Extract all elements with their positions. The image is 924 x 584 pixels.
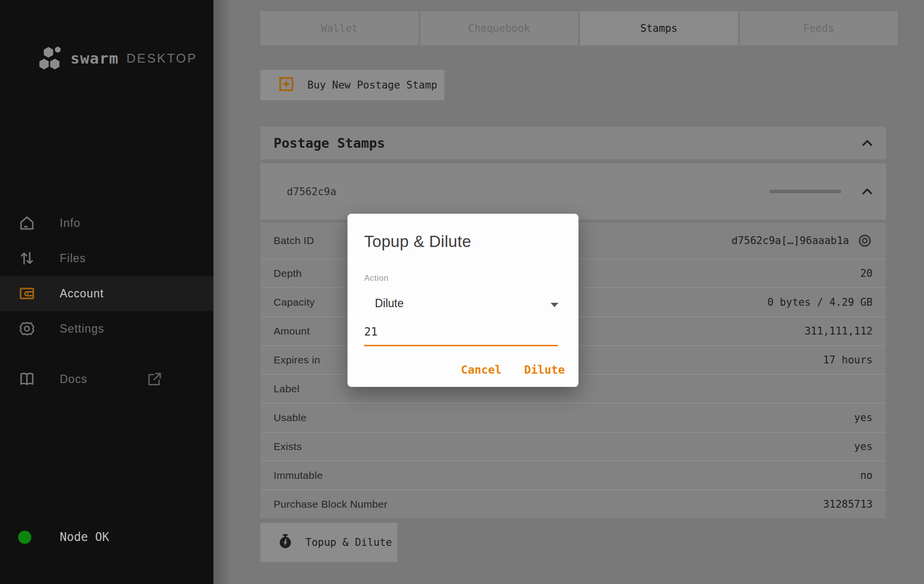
sidebar-edge-shadow: [213, 0, 232, 584]
logo-brand-text: swarm: [70, 49, 118, 67]
reveal-batch-id-icon[interactable]: [857, 233, 873, 248]
table-row: Exists yes: [260, 432, 886, 461]
row-value: yes: [854, 441, 873, 452]
sidebar-item-info[interactable]: Info: [0, 205, 213, 241]
sidebar-item-label: Account: [60, 287, 104, 300]
postage-stamps-section-header: Postage Stamps: [260, 127, 886, 159]
action-select-value: Dilute: [375, 297, 404, 310]
batch-id-value: d7562c9a[…]96aaab1a: [732, 235, 849, 247]
row-value: d7562c9a[…]96aaab1a: [732, 233, 873, 248]
sidebar-item-label: Docs: [60, 373, 87, 386]
tab-bar: Wallet Chequebook Stamps Feeds: [260, 11, 898, 45]
sidebar-item-docs[interactable]: Docs: [0, 361, 213, 397]
action-select[interactable]: Dilute: [364, 294, 562, 315]
dialog-actions: Cancel Dilute: [461, 363, 565, 376]
row-value: 311,111,112: [805, 325, 873, 337]
chevron-up-icon[interactable]: [860, 185, 874, 199]
dilute-confirm-button[interactable]: Dilute: [524, 363, 565, 376]
buy-button-label: Buy New Postage Stamp: [307, 79, 438, 91]
row-value: 20: [860, 268, 873, 279]
row-label: Depth: [274, 268, 302, 279]
row-label: Exists: [274, 441, 302, 452]
tab-feeds[interactable]: Feeds: [740, 11, 898, 45]
sidebar-item-files[interactable]: Files: [0, 241, 213, 276]
row-label: Capacity: [274, 296, 315, 308]
row-label: Batch ID: [274, 235, 314, 247]
row-value: yes: [854, 412, 873, 424]
app-window: swarm DESKTOP Info: [0, 0, 924, 584]
topup-button-label: Topup & Dilute: [305, 537, 392, 548]
open-book-icon: [19, 371, 35, 387]
row-label: Expires in: [274, 354, 320, 366]
amount-input[interactable]: 21: [364, 325, 558, 346]
logo-suffix-text: DESKTOP: [126, 51, 197, 66]
action-field-label: Action: [364, 273, 389, 283]
tab-wallet[interactable]: Wallet: [260, 11, 418, 45]
swarm-hexagons-icon: [38, 46, 64, 70]
row-value: no: [860, 470, 873, 481]
topup-dilute-button[interactable]: Topup & Dilute: [260, 523, 397, 562]
sidebar-nav: Info Files: [0, 205, 213, 346]
row-value: 0 bytes / 4.29 GB: [767, 296, 873, 308]
amount-input-value: 21: [364, 325, 378, 338]
gear-icon: [19, 320, 35, 337]
row-label: Usable: [274, 412, 306, 424]
tab-chequebook[interactable]: Chequebook: [420, 11, 578, 45]
table-row: Immutable no: [260, 461, 886, 490]
stamp-usage-progress-bar: [769, 190, 841, 193]
stopwatch-icon: [278, 534, 293, 551]
app-logo: swarm DESKTOP: [38, 46, 197, 70]
sidebar-item-label: Files: [60, 252, 86, 265]
row-label: Amount: [274, 325, 310, 337]
node-status: Node OK: [0, 528, 213, 546]
cancel-button[interactable]: Cancel: [461, 363, 502, 376]
section-title: Postage Stamps: [274, 135, 385, 151]
topup-dilute-dialog: Topup & Dilute Action Dilute 21 Cancel D…: [347, 214, 578, 387]
chevron-up-icon[interactable]: [860, 136, 874, 150]
stamp-id: d7562c9a: [287, 163, 336, 220]
node-status-label: Node OK: [60, 530, 109, 544]
sidebar-item-settings[interactable]: Settings: [0, 311, 213, 346]
buy-new-postage-stamp-button[interactable]: Buy New Postage Stamp: [260, 70, 444, 100]
node-ok-green-dot: [18, 531, 31, 544]
row-label: Purchase Block Number: [274, 498, 388, 510]
sidebar-item-label: Info: [60, 217, 80, 230]
caret-down-icon: [550, 301, 559, 307]
up-down-arrows-icon: [19, 250, 35, 267]
sidebar: swarm DESKTOP Info: [0, 0, 213, 584]
external-link-icon[interactable]: [147, 371, 162, 387]
row-label: Label: [274, 383, 300, 395]
input-focus-underline: [364, 345, 558, 346]
tab-stamps[interactable]: Stamps: [580, 11, 738, 45]
row-value: 17 hours: [823, 354, 873, 366]
wallet-icon: [19, 285, 35, 302]
table-row: Usable yes: [260, 403, 886, 432]
home-icon: [19, 215, 35, 231]
sidebar-item-label: Settings: [60, 322, 104, 336]
dialog-title: Topup & Dilute: [364, 232, 471, 251]
stamp-accordion-header[interactable]: d7562c9a: [260, 163, 886, 220]
sidebar-item-account[interactable]: Account: [0, 276, 213, 311]
table-row: Purchase Block Number 31285713: [260, 490, 886, 518]
row-label: Immutable: [274, 470, 323, 481]
plus-square-icon: [278, 76, 295, 94]
row-value: 31285713: [823, 498, 873, 510]
